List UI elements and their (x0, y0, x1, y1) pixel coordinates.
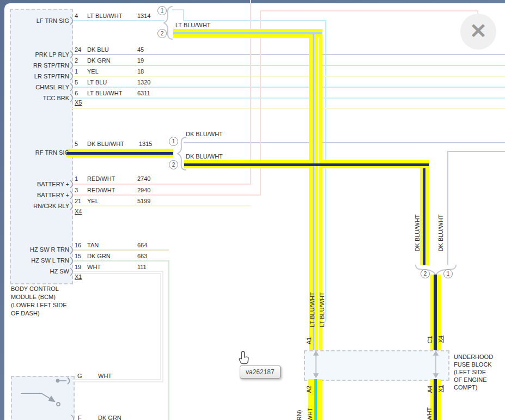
close-button[interactable]: ✕ (460, 14, 496, 50)
fuse-block-connector-x4: X4 (437, 315, 445, 364)
rf-pin-core (66, 152, 173, 155)
switch-pin-f: F (78, 415, 82, 420)
rf-branch2-core (184, 163, 429, 166)
vertical-wire-label: DK BLU/WHT (414, 209, 421, 258)
right-branch1-return-wire (448, 151, 505, 265)
pin-number: 5 (75, 79, 78, 86)
rf-branch2-label: DK BLU/WHT (186, 153, 223, 160)
connector-x5: X5 (75, 99, 82, 106)
cut-wire-label: DK BLU/WHT (426, 401, 433, 420)
lf-branch2-badge: 2 (157, 29, 167, 38)
wire-color: YEL (87, 68, 99, 75)
right-branch2-badge: 2 (421, 269, 430, 278)
wire-id-tooltip: va262187 (240, 366, 281, 379)
pin-label: BATTERY + (10, 181, 69, 188)
pin-number: 3 (75, 187, 78, 194)
fuse-block-terminal-a1: A1 (306, 316, 313, 366)
lf-branch1-wire (172, 10, 326, 332)
lf-branch2-label: LT BLU/WHT (175, 22, 210, 29)
hazard-switch-symbol (21, 378, 70, 406)
pin-label: BATTERY + (10, 192, 69, 199)
pin-number: 21 (75, 198, 81, 205)
wire-color: RED/WHT (87, 187, 115, 194)
merged-dk-blu-wht-core (434, 275, 437, 350)
circuit-number: 2740 (137, 175, 150, 182)
switch-pin-g-color: WHT (98, 373, 112, 380)
circuit-number: 1314 (137, 13, 150, 20)
wire-color: RED/WHT (87, 175, 115, 182)
pin-number: 24 (75, 46, 81, 53)
switch-pin-f-color: DK GRN (98, 415, 121, 420)
circuit-number: 5199 (137, 198, 150, 205)
circuit-number: 45 (137, 46, 144, 53)
pin-label: HZ SW (10, 268, 69, 275)
cut-wire-label: LT BLU/WHT (307, 401, 314, 420)
pin-number: 2 (75, 57, 78, 64)
wire-color: YEL (87, 198, 99, 205)
wire-color: DK GRN (87, 57, 111, 64)
wire-color: DK BLU (87, 46, 109, 53)
pin-number: 6 (75, 90, 78, 97)
wire-color: DK BLU/WHT (87, 141, 124, 148)
pin-number: 4 (75, 13, 78, 20)
pin-label: HZ SW R TRN (10, 246, 69, 253)
wire-color: LT BLU/WHT (87, 90, 122, 97)
switch-pin-g: G (77, 373, 82, 380)
pin-label: CHMSL RLY (10, 84, 69, 91)
pin-number: 19 (75, 264, 81, 271)
pin-number: 5 (75, 141, 78, 148)
circuit-number: 663 (137, 253, 147, 260)
wire-color: LT BLU (87, 79, 107, 86)
lf-branch1-badge: 1 (157, 6, 167, 15)
vertical-wire-label: DK BLU/WHT (437, 209, 445, 258)
fuse-block-terminal-c1: C1 (427, 315, 434, 364)
pin-number: 16 (75, 242, 81, 249)
pin-label: RN/CRK RLY (10, 203, 69, 210)
lf-branch2-core (173, 32, 322, 34)
wire-color: DK GRN (87, 253, 111, 260)
pin-label: RR STP/TRN (10, 62, 69, 69)
pin-label: HZ SW L TRN (10, 257, 69, 264)
vertical-wire-label: LT BLU/WHT (319, 285, 326, 334)
fuse-block-arrows (314, 351, 438, 378)
circuit-number: 6311 (137, 90, 150, 97)
wire-color: LT BLU/WHT (87, 13, 122, 20)
pin-number: 1 (75, 175, 78, 182)
cut-destination-label: (LF TRN) (296, 398, 303, 420)
rf-branch2-vertical-core (423, 168, 425, 265)
circuit-number: 18 (137, 68, 144, 75)
hand-cursor-icon (238, 350, 252, 366)
connector-x4: X4 (75, 208, 82, 215)
pin-label: LF TRN SIG (10, 17, 69, 25)
diagram-viewer: LF TRN SIG PRK LP RLY RR STP/TRN LR STP/… (0, 0, 505, 420)
connector-x1: X1 (75, 273, 82, 281)
pin-label: PRK LP RLY (10, 51, 69, 58)
fuse-block-connector-x1: X1 (437, 364, 445, 413)
circuit-number: 111 (137, 264, 147, 271)
pin-number: 1 (75, 68, 78, 75)
wht-hollow-wire (72, 272, 162, 381)
fuse-block-title: UNDERHOODFUSE BLOCK (LEFT SIDEOF ENGINE … (454, 353, 493, 391)
wire-color: WHT (87, 264, 101, 271)
bcm-title: BODY CONTROLMODULE (BCM) (LOWER LEFT SID… (11, 285, 66, 318)
circuit-number: 664 (137, 242, 147, 249)
rf-branch1-badge: 1 (169, 137, 178, 146)
circuit-number: 19 (137, 57, 144, 64)
pin-label: TCC BRK (10, 95, 69, 102)
wire-color: TAN (87, 242, 99, 249)
pin-label: RF TRN SIG (10, 149, 69, 156)
pin-number: 15 (75, 253, 81, 260)
circuit-number: 1315 (139, 141, 152, 148)
rf-branch1-label: DK BLU/WHT (186, 131, 223, 138)
pin-label: LR STP/TRN (10, 73, 69, 80)
circuit-number: 2940 (137, 187, 150, 194)
circuit-number: 1320 (137, 79, 150, 86)
pin-brackets (70, 17, 74, 420)
a2-output-core (314, 379, 317, 420)
right-branch1-badge: 1 (443, 269, 453, 278)
rf-branch2-badge: 2 (169, 160, 178, 169)
a4-output-core (434, 379, 437, 420)
